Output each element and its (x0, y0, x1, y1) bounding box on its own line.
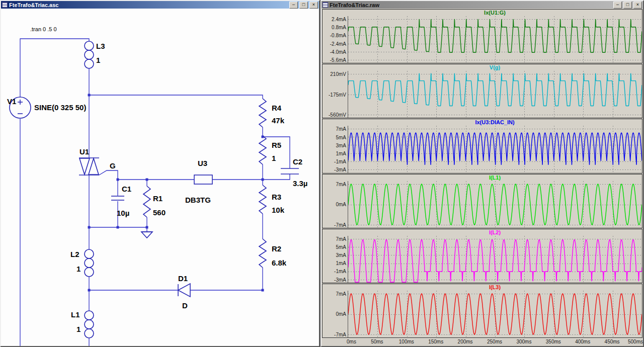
waveform-canvas[interactable] (348, 71, 642, 118)
close-button[interactable]: × (633, 2, 642, 9)
label-d1[interactable]: D1 (178, 274, 188, 283)
y-tick-label: -1mA (334, 269, 346, 274)
trace-label[interactable]: I(L3) (348, 284, 642, 291)
x-tick-label: 450ms (605, 339, 620, 344)
y-tick-label: -7mA (334, 222, 346, 228)
y-tick-label: 0mA (336, 311, 346, 317)
waveform-canvas[interactable] (348, 126, 642, 172)
schematic-titlebar[interactable]: FteTrafo&Triac.asc – □ × (1, 1, 319, 9)
waveform-pane-i-l2[interactable]: I(L2) 7mA5mA3mA1mA-1mA-3mA (322, 229, 642, 283)
schematic-window[interactable]: FteTrafo&Triac.asc – □ × (0, 0, 320, 347)
y-tick-label: -3mA (334, 167, 346, 172)
waveform-pane-ix-u1-g[interactable]: Ix(U1:G) 2.4mA0.8mA-0.8mA-2.4mA-4.0mA-5.… (322, 9, 642, 63)
waveform-canvas[interactable] (348, 291, 642, 337)
waveform-pane-i-l1[interactable]: I(L1) 7mA0mA-7mA (322, 174, 642, 228)
trace-label[interactable]: I(L1) (348, 175, 642, 181)
label-c2-value[interactable]: 3.3µ (293, 179, 308, 188)
component-u1-triac[interactable] (79, 158, 99, 175)
y-tick-label: -4.0mA (330, 49, 346, 55)
component-l1-inductor[interactable] (85, 311, 94, 338)
trace-label[interactable]: Ix(U1:G) (348, 10, 642, 16)
waveform-window-title: FteTrafo&Triac.raw (330, 2, 612, 8)
label-l2[interactable]: L2 (70, 250, 79, 258)
label-r2[interactable]: R2 (272, 244, 281, 253)
label-u3-value[interactable]: DB3TG (185, 196, 211, 204)
label-gate-net[interactable]: G (110, 161, 116, 170)
maximize-button[interactable]: □ (623, 2, 632, 9)
label-r5-value[interactable]: 1 (272, 154, 276, 162)
label-r3-value[interactable]: 10k (272, 206, 285, 214)
label-l2-value[interactable]: 1 (76, 265, 80, 273)
component-r1-resistor[interactable] (143, 186, 150, 217)
waveform-canvas[interactable] (348, 16, 642, 63)
label-c2[interactable]: C2 (293, 157, 302, 166)
label-l3[interactable]: L3 (96, 42, 105, 50)
minimize-button[interactable]: – (289, 2, 298, 9)
maximize-button[interactable]: □ (299, 2, 308, 9)
junction-dots (88, 94, 264, 292)
label-d1-value[interactable]: D (182, 301, 188, 310)
x-tick-label: 250ms (487, 339, 502, 344)
component-l2-inductor[interactable] (85, 249, 94, 277)
schematic-svg[interactable]: .tran 0 .5 0 V1 SINE(0 325 50) L3 1 U1 G… (1, 9, 319, 346)
x-tick-label: 150ms (428, 339, 443, 344)
schematic-window-icon (2, 2, 8, 8)
label-c1-value[interactable]: 10µ (117, 209, 129, 217)
component-c2-capacitor[interactable] (281, 168, 299, 174)
label-l1-value[interactable]: 1 (76, 325, 80, 333)
label-u3[interactable]: U3 (198, 159, 207, 167)
minimize-button[interactable]: – (613, 2, 622, 9)
component-u3-diac[interactable] (194, 175, 212, 184)
y-tick-label: 5mA (336, 244, 346, 250)
component-r4-resistor[interactable] (259, 99, 266, 127)
label-r2-value[interactable]: 6.8k (272, 258, 287, 267)
label-v1-value[interactable]: SINE(0 325 50) (34, 103, 86, 112)
y-tick-label: 7mA (336, 291, 346, 297)
y-tick-label: 0.8mA (332, 25, 346, 30)
y-tick-label: -560mV (329, 112, 346, 118)
ground-symbol[interactable] (141, 232, 152, 238)
component-d1-diode[interactable] (178, 284, 190, 297)
y-axis-gutter: 7mA0mA-7mA (323, 181, 348, 228)
schematic-canvas[interactable]: .tran 0 .5 0 V1 SINE(0 325 50) L3 1 U1 G… (1, 9, 319, 346)
label-l1[interactable]: L1 (71, 310, 80, 319)
waveform-canvas[interactable] (348, 181, 642, 228)
label-r1[interactable]: R1 (153, 194, 163, 203)
component-c1-capacitor[interactable] (111, 196, 124, 200)
component-r2-resistor[interactable] (259, 239, 266, 268)
x-tick-label: 100ms (399, 339, 414, 344)
label-r3[interactable]: R3 (272, 193, 281, 201)
y-tick-label: -5.6mA (330, 57, 346, 63)
trace-label[interactable]: Ix(U3:DIAC_IN) (348, 119, 642, 126)
label-c1[interactable]: C1 (122, 185, 131, 193)
label-l3-value[interactable]: 1 (96, 56, 100, 64)
spice-directive[interactable]: .tran 0 .5 0 (30, 26, 57, 32)
y-axis-gutter: 210mV-175mV-560mV (323, 71, 348, 118)
trace-label[interactable]: V(g) (348, 64, 642, 71)
waveform-pane-ix-u3-diac[interactable]: Ix(U3:DIAC_IN) 7mA5mA3mA1mA-1mA-3mA (322, 119, 642, 173)
waveform-titlebar[interactable]: FteTrafo&Triac.raw – □ × (321, 1, 643, 9)
waveform-pane-i-l3[interactable]: I(L3) 7mA0mA-7mA (322, 284, 642, 338)
label-r5[interactable]: R5 (272, 141, 281, 149)
waveform-canvas[interactable] (348, 236, 642, 283)
component-r3-resistor[interactable] (259, 185, 266, 214)
label-v1[interactable]: V1 (7, 97, 16, 106)
component-l3-inductor[interactable] (85, 41, 94, 68)
label-r4-value[interactable]: 47k (272, 116, 285, 125)
y-tick-label: 5mA (336, 135, 346, 140)
component-r5-resistor[interactable] (259, 136, 266, 164)
label-r4[interactable]: R4 (272, 104, 282, 112)
y-axis-gutter: 2.4mA0.8mA-0.8mA-2.4mA-4.0mA-5.6mA (323, 16, 348, 63)
y-tick-label: -175mV (329, 92, 346, 98)
schematic-wires[interactable] (20, 39, 290, 346)
label-u1[interactable]: U1 (79, 147, 89, 156)
x-tick-label: 400ms (575, 339, 590, 344)
waveform-window[interactable]: FteTrafo&Triac.raw – □ × Ix(U1:G) 2.4mA0… (320, 0, 644, 347)
waveform-client[interactable]: Ix(U1:G) 2.4mA0.8mA-0.8mA-2.4mA-4.0mA-5.… (321, 9, 643, 346)
waveform-pane-v-g[interactable]: V(g) 210mV-175mV-560mV (322, 64, 642, 118)
close-button[interactable]: × (309, 2, 318, 9)
x-tick-label: 0ms (347, 339, 356, 344)
label-r1-value[interactable]: 560 (153, 208, 166, 217)
x-tick-label: 50ms (371, 339, 383, 344)
trace-label[interactable]: I(L2) (348, 229, 642, 236)
